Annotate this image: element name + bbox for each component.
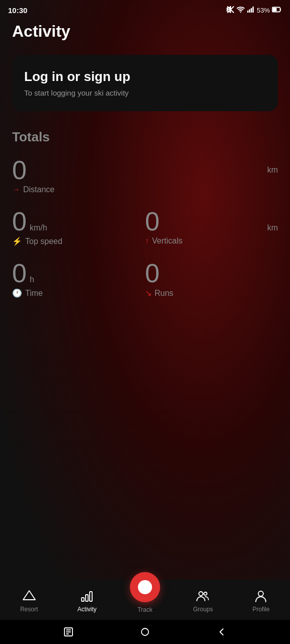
top-speed-icon: ⚡ xyxy=(12,236,22,246)
verticals-stat: 0 km ↑ Verticals xyxy=(145,208,278,246)
top-speed-stat: 0 km/h ⚡ Top speed xyxy=(12,208,145,246)
distance-label: Distance xyxy=(23,185,54,194)
bottom-nav: Resort Activity Track xyxy=(0,580,290,620)
nav-label-profile: Profile xyxy=(252,606,269,613)
svg-rect-8 xyxy=(82,598,84,601)
runs-stat: 0 ↘ Runs xyxy=(145,260,278,298)
android-recent-button[interactable] xyxy=(60,624,77,640)
nav-item-profile[interactable]: Profile xyxy=(232,588,290,613)
main-content: Activity Log in or sign up To start logg… xyxy=(0,18,290,299)
track-fab-inner xyxy=(138,580,152,594)
profile-icon xyxy=(253,588,269,604)
distance-unit: km xyxy=(267,166,278,175)
time-stat: 0 h 🕐 Time xyxy=(12,260,145,298)
battery-icon xyxy=(272,7,282,14)
top-speed-value: 0 xyxy=(12,208,27,234)
nav-item-track[interactable]: Track xyxy=(116,582,174,613)
time-runs-row: 0 h 🕐 Time 0 ↘ Runs xyxy=(12,260,278,298)
login-card-title: Log in or sign up xyxy=(24,69,266,85)
verticals-unit: km xyxy=(267,223,278,232)
svg-rect-1 xyxy=(247,11,249,13)
login-card-subtitle: To start logging your ski activity xyxy=(24,89,266,97)
distance-stat: 0 km → Distance xyxy=(12,157,278,194)
nav-label-track: Track xyxy=(137,606,153,613)
resort-icon xyxy=(21,588,37,604)
android-nav-bar xyxy=(0,620,290,644)
svg-point-13 xyxy=(258,591,263,596)
verticals-label: Verticals xyxy=(152,236,182,246)
time-unit: h xyxy=(30,275,34,284)
verticals-value: 0 xyxy=(145,208,160,234)
svg-rect-10 xyxy=(90,592,92,601)
groups-icon xyxy=(195,588,211,604)
nav-label-groups: Groups xyxy=(193,606,213,613)
nav-item-resort[interactable]: Resort xyxy=(0,588,58,613)
activity-icon xyxy=(79,588,95,604)
svg-point-11 xyxy=(199,592,203,596)
status-time: 10:30 xyxy=(8,6,27,15)
nav-item-groups[interactable]: Groups xyxy=(174,588,232,613)
svg-rect-6 xyxy=(273,8,277,11)
runs-value: 0 xyxy=(145,260,160,286)
runs-label: Runs xyxy=(155,289,173,298)
distance-value: 0 xyxy=(12,157,27,183)
nav-label-resort: Resort xyxy=(20,606,38,613)
nav-label-activity: Activity xyxy=(78,606,97,613)
svg-rect-4 xyxy=(252,7,254,13)
android-home-button[interactable] xyxy=(137,624,153,640)
svg-rect-9 xyxy=(86,595,88,601)
svg-rect-18 xyxy=(141,628,149,635)
nav-item-activity[interactable]: Activity xyxy=(58,588,116,613)
verticals-icon: ↑ xyxy=(145,236,149,246)
status-icons: 53% xyxy=(227,6,282,15)
svg-rect-3 xyxy=(251,8,252,13)
login-card[interactable]: Log in or sign up To start logging your … xyxy=(12,55,278,111)
status-bar: 10:30 xyxy=(0,0,290,18)
top-speed-label: Top speed xyxy=(25,237,62,246)
mute-icon xyxy=(227,6,235,15)
svg-rect-2 xyxy=(249,9,250,13)
svg-marker-7 xyxy=(23,591,35,600)
time-label: Time xyxy=(25,289,43,298)
time-icon: 🕐 xyxy=(12,288,22,298)
distance-icon: → xyxy=(12,185,20,194)
time-value: 0 xyxy=(12,260,27,286)
stats-section: 0 km → Distance 0 km/h ⚡ Top sp xyxy=(12,157,278,299)
track-fab[interactable] xyxy=(130,572,160,602)
runs-icon: ↘ xyxy=(145,288,152,298)
speed-verticals-row: 0 km/h ⚡ Top speed 0 km ↑ Vertic xyxy=(12,208,278,246)
totals-label: Totals xyxy=(12,129,278,145)
svg-point-12 xyxy=(204,592,207,595)
page-title: Activity xyxy=(12,22,278,41)
android-back-button[interactable] xyxy=(213,624,230,640)
battery-text: 53% xyxy=(257,7,270,14)
top-speed-unit: km/h xyxy=(30,223,47,232)
signal-icon xyxy=(247,6,255,15)
wifi-icon xyxy=(237,6,245,15)
